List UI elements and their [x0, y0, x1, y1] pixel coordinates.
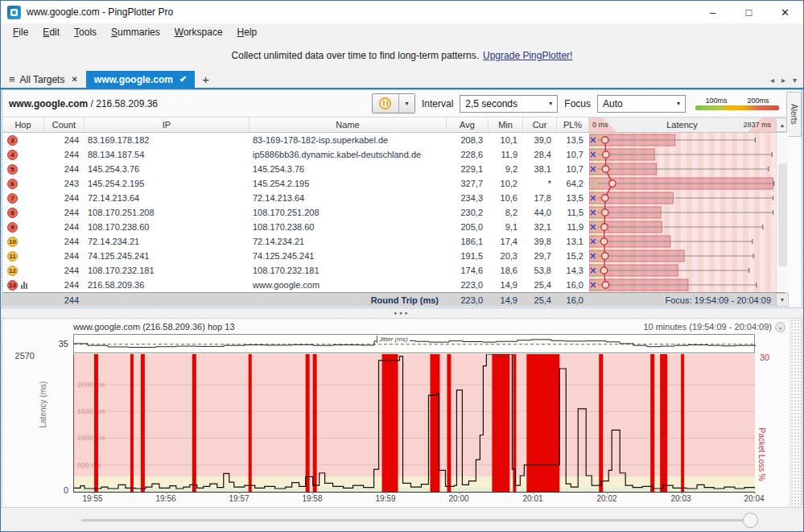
col-min[interactable]: Min [489, 118, 523, 132]
hop-table-header: Hop Count IP Name Avg Min Cur PL% 0 ms L… [2, 117, 785, 133]
pause-split-button[interactable]: ▾ [372, 93, 415, 113]
time-scroll-handle[interactable] [743, 513, 758, 528]
menu-bar: FileEditToolsSummariesWorkspaceHelp [1, 23, 803, 41]
focus-range-text: Focus: 19:54:09 - 20:04:09 [589, 293, 776, 307]
time-tick-label: 20:02 [596, 494, 616, 503]
tab-list-icon[interactable]: ▾ [793, 76, 797, 85]
col-hop[interactable]: Hop [2, 118, 44, 132]
menu-item-tools[interactable]: Tools [67, 25, 104, 39]
hop-number-badge: 7 [7, 193, 18, 204]
upgrade-link[interactable]: Upgrade PingPlotter! [483, 50, 572, 61]
tab-all-targets-label: All Targets [20, 74, 65, 85]
col-cur[interactable]: Cur [523, 118, 557, 132]
pause-button[interactable] [373, 94, 399, 113]
upgrade-banner: Collect unlimited data over time to find… [1, 41, 803, 70]
time-tick-label: 19:57 [229, 494, 249, 503]
col-count[interactable]: Count [44, 118, 85, 132]
time-range-label: 10 minutes (19:54:09 - 20:04:09) [643, 322, 772, 332]
latency-axis-max: 2570 [15, 351, 35, 361]
time-tick-label: 20:00 [448, 494, 468, 503]
summary-min: 14,9 [489, 293, 523, 307]
tab-all-targets[interactable]: ≡ All Targets ✕ [1, 71, 86, 88]
new-tab-button[interactable]: + [195, 72, 216, 88]
col-name[interactable]: Name [249, 118, 447, 132]
packet-loss-axis-title: Packet Loss % [757, 428, 766, 481]
tab-scroll-right-icon[interactable]: ▸ [781, 76, 785, 85]
table-scroll-down-button[interactable]: ▼ [776, 293, 789, 307]
hop-latency-minichart [589, 133, 776, 292]
svg-text:1000 ms: 1000 ms [77, 434, 105, 442]
time-tick-label: 19:58 [302, 494, 322, 503]
window-title: www.google.com - PingPlotter Pro [27, 6, 173, 18]
hop-number-badge: 12 [7, 266, 18, 276]
tab-active-label: www.google.com [94, 74, 173, 85]
pause-dropdown-button[interactable]: ▾ [399, 94, 414, 113]
tab-www-google-com[interactable]: www.google.com ✔ [86, 71, 195, 88]
app-window: www.google.com - PingPlotter Pro – □ ✕ F… [0, 0, 804, 532]
time-tick-label: 19:59 [375, 494, 395, 503]
time-scroll-track[interactable] [81, 519, 755, 522]
menu-item-file[interactable]: File [6, 25, 35, 39]
summary-count: 244 [44, 293, 85, 307]
legend-100ms-label: 100ms [705, 97, 727, 105]
target-toolbar: www.google.com / 216.58.209.36 ▾ Interva… [2, 90, 785, 117]
legend-200ms-label: 200ms [747, 97, 769, 105]
table-scrollbar[interactable] [776, 133, 789, 292]
time-range-selector[interactable]: 10 minutes (19:54:09 - 20:04:09) ⌄ [643, 322, 785, 332]
timeline-title: www.google.com (216.58.209.36) hop 13 [73, 322, 235, 332]
tab-bar: ≡ All Targets ✕ www.google.com ✔ + ◂ ▸ ▾ [1, 70, 803, 89]
time-range-chevron-icon: ⌄ [775, 322, 785, 332]
hop-number-badge: 8 [7, 208, 18, 218]
interval-value: 2,5 seconds [465, 98, 541, 109]
close-button[interactable]: ✕ [767, 1, 803, 23]
round-trip-summary-row[interactable]: 244 Round Trip (ms) 223,0 14,9 25,4 16,0… [2, 292, 785, 307]
tab-close-icon[interactable]: ✕ [71, 75, 77, 84]
table-scrollbar-thumb[interactable] [778, 163, 787, 266]
tab-scroll-left-icon[interactable]: ◂ [770, 76, 774, 85]
hop-number-badge: 4 [7, 150, 18, 160]
interval-dropdown-icon: ▾ [549, 100, 552, 107]
banner-text: Collect unlimited data over time to find… [232, 50, 479, 61]
timeline-plot: 2000 ms1500 ms1000 ms500 ms [74, 354, 755, 492]
hop-number-badge: 9 [7, 222, 18, 233]
tab-check-icon: ✔ [179, 74, 187, 85]
time-tick-label: 20:03 [670, 494, 691, 503]
col-latency[interactable]: 0 ms Latency 2837 ms [589, 118, 776, 132]
col-ip[interactable]: IP [85, 118, 249, 132]
focus-select[interactable]: Auto ▾ [597, 95, 686, 113]
hop-number-badge: 11 [7, 251, 18, 262]
target-ip: 216.58.209.36 [96, 98, 158, 109]
maximize-button[interactable]: □ [731, 1, 767, 23]
jitter-plot [74, 335, 756, 353]
minimize-button[interactable]: – [695, 1, 731, 23]
alerts-side-tab[interactable]: Alerts [786, 92, 802, 137]
jitter-graph[interactable]: Jitter (ms) [73, 334, 755, 353]
summary-cur: 25,4 [523, 293, 557, 307]
time-scroll-area [1, 508, 803, 531]
app-logo-icon [7, 6, 21, 19]
latency-axis-title: Latency (ms) [39, 381, 47, 428]
focus-value: Auto [603, 98, 669, 109]
packet-loss-axis-max: 30 [760, 353, 769, 362]
latency-axis-min: 0 [64, 485, 68, 495]
latency-time-graph[interactable]: 2000 ms1500 ms1000 ms500 ms [73, 354, 755, 493]
time-tick-label: 19:56 [155, 494, 175, 503]
col-pl[interactable]: PL% [557, 118, 589, 132]
summary-pl: 16,0 [557, 293, 589, 307]
hop-number-badge: 10 [7, 237, 18, 247]
svg-text:2000 ms: 2000 ms [77, 381, 105, 389]
hop-number-badge: 5 [7, 164, 18, 175]
menu-item-summaries[interactable]: Summaries [104, 25, 167, 39]
menu-item-edit[interactable]: Edit [35, 25, 67, 39]
time-tick-label: 19:55 [82, 494, 102, 503]
hop-table-body: 324483.169.178.18283-169-178-182-isp.sup… [2, 133, 785, 292]
jitter-series-label: Jitter (ms) [377, 336, 410, 343]
pane-splitter-handle[interactable]: ●●● [1, 308, 803, 318]
target-title: www.google.com / 216.58.209.36 [9, 98, 158, 109]
col-avg[interactable]: Avg [447, 118, 489, 132]
menu-item-help[interactable]: Help [230, 25, 265, 39]
time-axis: 19:5519:5619:5719:5819:5920:0020:0120:02… [73, 493, 755, 505]
menu-item-workspace[interactable]: Workspace [167, 25, 230, 39]
svg-text:1500 ms: 1500 ms [77, 407, 105, 415]
interval-select[interactable]: 2,5 seconds ▾ [460, 95, 558, 113]
